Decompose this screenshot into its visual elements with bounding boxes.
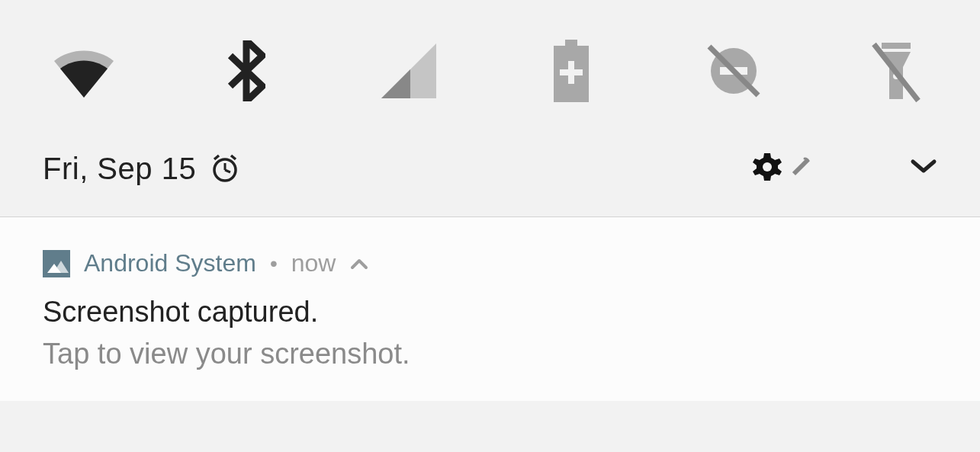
notification-card[interactable]: Android System • now Screenshot captured… <box>0 217 980 401</box>
flashlight-off-icon <box>869 37 923 105</box>
chevron-down-icon <box>910 159 937 178</box>
expand-toggle[interactable] <box>910 159 937 178</box>
cellular-signal-icon <box>381 43 436 98</box>
svg-rect-7 <box>882 43 911 49</box>
bluetooth-tile[interactable] <box>201 40 292 101</box>
battery-icon <box>552 40 590 102</box>
chevron-up-icon[interactable] <box>349 257 369 271</box>
svg-line-14 <box>231 155 236 159</box>
battery-tile[interactable] <box>525 40 617 102</box>
cellular-tile[interactable] <box>363 43 455 98</box>
quick-settings-panel: Fri, Sep 15 <box>0 0 980 401</box>
settings-button[interactable] <box>751 151 811 186</box>
do-not-disturb-tile[interactable] <box>688 40 779 101</box>
quick-settings-tiles <box>0 0 980 151</box>
bluetooth-icon <box>227 40 265 101</box>
image-icon <box>43 250 70 277</box>
notification-body: Tap to view your screenshot. <box>43 338 937 370</box>
svg-line-12 <box>225 170 230 172</box>
wrench-icon <box>791 157 811 180</box>
svg-line-13 <box>214 155 219 159</box>
gear-icon <box>751 151 783 186</box>
notification-header[interactable]: Android System • now <box>43 249 937 277</box>
wifi-icon <box>50 44 118 98</box>
flashlight-tile[interactable] <box>850 37 942 105</box>
alarm-icon[interactable] <box>210 153 240 184</box>
notification-timestamp: now <box>291 249 336 277</box>
svg-rect-0 <box>565 40 577 46</box>
svg-rect-3 <box>560 69 583 75</box>
wifi-tile[interactable] <box>38 44 130 98</box>
do-not-disturb-off-icon <box>703 40 764 101</box>
notification-separator: • <box>270 252 278 276</box>
date-text[interactable]: Fri, Sep 15 <box>43 152 196 186</box>
svg-point-15 <box>763 162 772 172</box>
notification-app-name: Android System <box>84 249 256 277</box>
date-row: Fri, Sep 15 <box>0 151 980 216</box>
notification-title: Screenshot captured. <box>43 296 937 329</box>
